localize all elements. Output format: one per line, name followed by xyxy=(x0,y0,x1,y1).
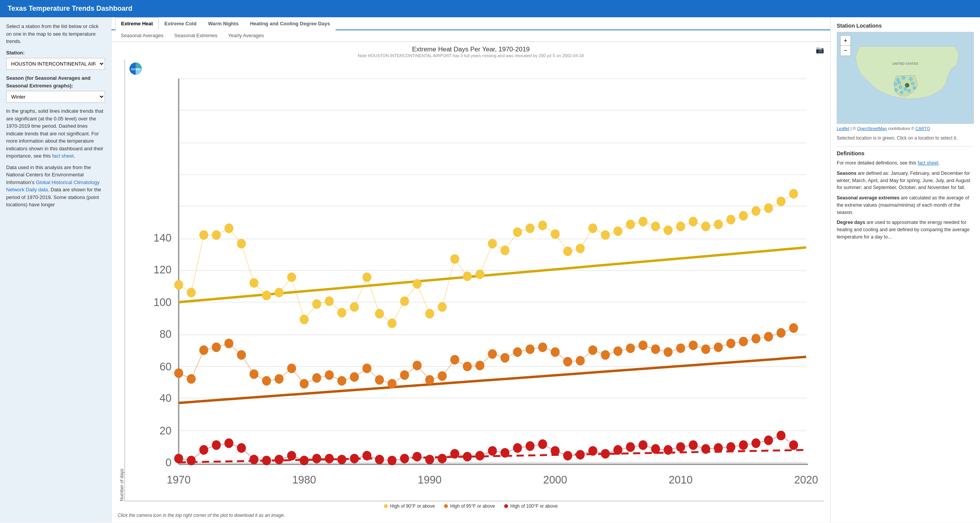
season-label: Season (for Seasonal Averages and Season… xyxy=(6,74,105,89)
svg-point-127 xyxy=(714,342,723,352)
svg-point-101 xyxy=(388,379,397,388)
svg-point-191[interactable] xyxy=(895,89,898,92)
svg-point-74 xyxy=(676,222,685,231)
svg-point-40 xyxy=(249,278,258,288)
station-label: Station: xyxy=(6,49,105,57)
chart-subtitle: Note HOUSTON INTERCONTINENTAL AIRPORT ha… xyxy=(118,53,824,58)
svg-point-190[interactable] xyxy=(899,86,902,89)
svg-point-70 xyxy=(626,220,635,229)
svg-point-158 xyxy=(475,451,484,461)
legend-90f: High of 90°F or above xyxy=(384,503,435,509)
svg-point-180 xyxy=(751,438,760,448)
zoom-in-button[interactable]: + xyxy=(841,36,851,46)
svg-point-188[interactable] xyxy=(911,82,914,85)
svg-point-149 xyxy=(362,451,371,461)
tab-heating-cooling[interactable]: Heating and Cooling Degree Days xyxy=(244,17,336,30)
season-select[interactable]: Winter Spring Summer Fall xyxy=(6,91,105,103)
svg-point-141 xyxy=(262,456,271,465)
tab-extreme-cold[interactable]: Extreme Cold xyxy=(159,17,202,30)
svg-line-31 xyxy=(179,247,806,302)
selected-station-dot[interactable] xyxy=(905,83,909,87)
map-svg: UNITED STATES xyxy=(837,32,973,123)
svg-point-193[interactable] xyxy=(908,89,911,92)
svg-point-45 xyxy=(312,299,321,309)
svg-point-68 xyxy=(601,230,610,240)
svg-point-64 xyxy=(551,229,559,239)
map-container[interactable]: + − xyxy=(837,32,974,124)
svg-point-144 xyxy=(300,456,308,465)
svg-point-192[interactable] xyxy=(900,91,903,94)
definitions-fact-sheet: For more detailed definitions, see this … xyxy=(837,160,974,167)
tab-seasonal-averages[interactable]: Seasonal Averages xyxy=(115,30,169,41)
svg-point-169 xyxy=(613,445,622,455)
svg-point-116 xyxy=(576,356,585,365)
tab-yearly-averages[interactable]: Yearly Averages xyxy=(223,30,269,41)
tab-extreme-heat[interactable]: Extreme Heat xyxy=(115,17,159,30)
definitions-fact-sheet-link[interactable]: fact sheet xyxy=(918,160,938,166)
osm-link[interactable]: OpenStreetMap xyxy=(857,126,887,131)
svg-point-194[interactable] xyxy=(913,86,916,89)
svg-point-146 xyxy=(325,454,334,463)
svg-point-186[interactable] xyxy=(902,76,905,79)
map-selected-note: Selected location is in green. Click on … xyxy=(837,135,974,141)
svg-point-110 xyxy=(500,353,509,363)
svg-point-135 xyxy=(187,456,195,465)
svg-point-98 xyxy=(350,372,359,382)
svg-point-173 xyxy=(664,445,672,455)
svg-point-187[interactable] xyxy=(910,77,913,81)
svg-point-50 xyxy=(375,309,384,319)
svg-point-175 xyxy=(689,440,698,450)
svg-point-171 xyxy=(639,440,647,450)
svg-point-153 xyxy=(413,452,421,461)
svg-point-185[interactable] xyxy=(896,78,900,81)
svg-point-114 xyxy=(551,347,559,357)
svg-point-44 xyxy=(300,315,308,324)
svg-point-195[interactable] xyxy=(894,83,897,86)
svg-text:40: 40 xyxy=(159,391,171,404)
svg-point-69 xyxy=(613,226,622,236)
svg-point-66 xyxy=(576,243,585,253)
svg-text:1980: 1980 xyxy=(292,473,316,486)
svg-point-88 xyxy=(225,339,233,348)
svg-point-103 xyxy=(413,361,421,370)
svg-point-130 xyxy=(751,334,760,344)
tab-warm-nights[interactable]: Warm Nights xyxy=(202,17,244,30)
sidebar-info: In the graphs, solid lines indicate tren… xyxy=(6,107,105,160)
svg-point-48 xyxy=(350,302,359,312)
tab-seasonal-extremes[interactable]: Seasonal Extremes xyxy=(169,30,223,41)
svg-point-155 xyxy=(438,454,447,463)
svg-point-189[interactable] xyxy=(904,87,907,90)
svg-point-142 xyxy=(275,455,284,464)
svg-point-134 xyxy=(174,454,183,463)
leaflet-link[interactable]: Leaflet xyxy=(837,126,849,131)
fact-sheet-link[interactable]: fact sheet xyxy=(52,153,74,159)
station-select[interactable]: HOUSTON INTERCONTINENTAL AIRPORT xyxy=(6,58,105,70)
zoom-out-button[interactable]: − xyxy=(841,46,851,56)
svg-point-37 xyxy=(212,230,221,240)
svg-point-107 xyxy=(463,362,472,371)
svg-point-41 xyxy=(262,291,271,300)
svg-point-132 xyxy=(777,328,785,338)
carto-link[interactable]: CARTO xyxy=(916,126,930,131)
svg-point-52 xyxy=(400,296,409,306)
camera-icon[interactable]: 📷 xyxy=(816,46,824,54)
svg-point-166 xyxy=(576,450,585,459)
chart-container: Extreme Heat Days Per Year, 1970-2019 No… xyxy=(111,42,830,523)
svg-point-162 xyxy=(526,441,534,451)
svg-point-163 xyxy=(538,439,547,449)
legend-label-90f: High of 90°F or above xyxy=(390,503,435,509)
svg-point-109 xyxy=(488,349,497,359)
svg-point-47 xyxy=(338,308,346,317)
svg-point-86 xyxy=(199,345,208,355)
svg-point-38 xyxy=(225,224,233,233)
svg-point-148 xyxy=(350,454,359,463)
svg-text:80: 80 xyxy=(159,327,171,340)
svg-point-196[interactable] xyxy=(898,81,901,84)
svg-point-94 xyxy=(300,379,308,388)
svg-point-42 xyxy=(275,288,284,298)
svg-point-76 xyxy=(701,222,710,231)
svg-point-75 xyxy=(689,217,698,226)
definition-degree-days: Degree days are used to approximate the … xyxy=(837,219,974,240)
svg-text:20: 20 xyxy=(159,424,171,437)
svg-point-126 xyxy=(701,344,710,354)
